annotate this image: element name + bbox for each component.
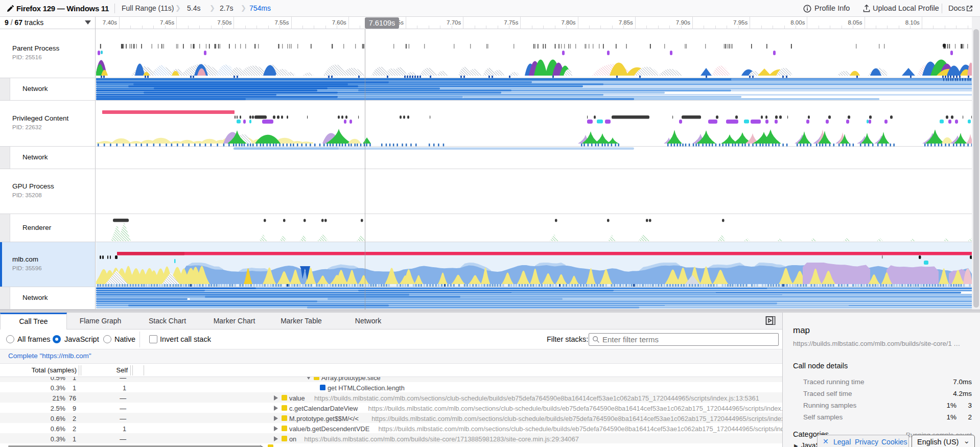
track-label-renderer[interactable]: Renderer	[0, 214, 96, 242]
breadcrumb-item[interactable]: 2.7s	[220, 4, 233, 12]
function-name: value	[289, 394, 305, 402]
breadcrumb-item[interactable]: 5.4s	[187, 4, 200, 12]
range-breadcrumb-link[interactable]: Complete "https://mlb.com"	[8, 352, 91, 360]
expand-icon[interactable]	[274, 436, 278, 441]
col-total-samples[interactable]: Total (samples)	[32, 366, 77, 374]
language-select[interactable]: English (US) ⌄	[912, 435, 975, 447]
radio-javascript[interactable]	[53, 335, 61, 343]
track-name: Network	[22, 294, 48, 301]
radio-native[interactable]	[103, 335, 111, 343]
track-name: Parent Process	[12, 44, 59, 52]
ruler-major-tick	[291, 17, 292, 29]
tracks-shown-count: 9	[5, 18, 9, 27]
track-row-renderer[interactable]: Renderer	[0, 214, 972, 242]
col-self[interactable]: Self	[116, 366, 128, 374]
profile-info-button[interactable]: Profile Info	[814, 4, 850, 12]
timeline-vertical-scrollbar[interactable]	[972, 17, 980, 310]
ruler-minor-tick	[727, 26, 727, 29]
track-canvas-mlb[interactable]	[96, 242, 972, 287]
radio-label[interactable]: All frames	[17, 335, 50, 343]
track-label-gpu[interactable]: GPU ProcessPID: 35208	[0, 169, 96, 214]
tab-call-tree[interactable]: Call Tree	[0, 313, 67, 330]
track-canvas-net1[interactable]	[96, 78, 972, 100]
column-separator	[81, 365, 81, 375]
close-icon[interactable]: ✕	[823, 437, 829, 445]
radio-label[interactable]: JavaScript	[64, 335, 99, 343]
ruler-label: 7.55s	[266, 19, 289, 26]
legal-link[interactable]: Legal	[833, 438, 851, 446]
radio-label[interactable]: Native	[114, 335, 135, 343]
tracks-count-separator: /	[11, 18, 13, 27]
track-label-net2[interactable]: Network	[0, 147, 96, 169]
expand-icon[interactable]	[274, 395, 278, 401]
ruler-minor-tick	[279, 26, 280, 29]
expand-icon[interactable]	[274, 416, 278, 421]
ruler-major-tick	[234, 17, 234, 29]
upload-local-profile-button[interactable]: Upload Local Profile	[873, 4, 939, 12]
track-row-parent[interactable]: Parent ProcessPID: 25516	[0, 29, 972, 78]
calltree-horizontal-scrollbar[interactable]	[8, 445, 261, 447]
ruler-minor-tick	[899, 26, 899, 29]
track-label-net3[interactable]: Network	[0, 287, 96, 309]
expand-icon[interactable]	[274, 406, 278, 411]
edit-profile-name-icon[interactable]	[7, 5, 14, 12]
total-count: 2	[73, 425, 76, 433]
track-canvas-net3[interactable]	[96, 287, 972, 309]
cookies-link[interactable]: Cookies	[881, 438, 907, 446]
track-label-priv[interactable]: Privileged ContentPID: 22632	[0, 101, 96, 146]
track-canvas-parent[interactable]	[96, 29, 972, 78]
total-percent: 0.6%	[51, 425, 65, 433]
track-canvas-net2[interactable]	[96, 147, 972, 169]
controls-divider	[139, 332, 140, 347]
tracks-visibility-dropdown[interactable]: 9 / 67 tracks	[0, 17, 96, 29]
docs-link[interactable]: Docs	[948, 4, 965, 12]
tab-stack-chart[interactable]: Stack Chart	[134, 313, 201, 330]
tab-marker-chart[interactable]: Marker Chart	[201, 313, 268, 330]
scrollbar-thumb[interactable]	[973, 29, 979, 308]
track-row-net1[interactable]: Network	[0, 78, 972, 101]
tab-network[interactable]: Network	[335, 313, 402, 330]
expand-icon[interactable]	[274, 426, 278, 431]
function-url: https://builds.mlbstatic.com/mlb.com/sec…	[371, 415, 782, 422]
invert-call-stack-checkbox[interactable]	[149, 335, 157, 343]
filter-stacks-input[interactable]: Enter filter terms	[589, 333, 779, 346]
column-separator[interactable]	[130, 365, 131, 375]
ruler-minor-tick	[876, 26, 876, 29]
calltree-row[interactable]: 21%76—valuehttps://builds.mlbstatic.com/…	[0, 392, 782, 403]
ruler-minor-tick	[738, 26, 739, 29]
radio-all-frames[interactable]	[6, 335, 14, 343]
calltree-row[interactable]: 0.6%2—M.prototype.get$$M/</<https://buil…	[0, 413, 782, 423]
track-row-mlb[interactable]: mlb.comPID: 35596	[0, 242, 972, 287]
ruler-minor-tick	[245, 26, 246, 29]
track-row-priv[interactable]: Privileged ContentPID: 22632	[0, 101, 972, 147]
track-label-net1[interactable]: Network	[0, 78, 96, 100]
calltree-row[interactable]: 2.5%9—c.getCalendarDateViewhttps://build…	[0, 403, 782, 413]
ruler-minor-tick	[773, 26, 773, 29]
track-label-parent[interactable]: Parent ProcessPID: 25516	[0, 29, 96, 78]
breadcrumb-item[interactable]: 754ms	[249, 4, 271, 12]
breadcrumb-item[interactable]: Full Range (11s)	[122, 4, 174, 12]
collapse-icon[interactable]	[306, 377, 311, 380]
track-name: Network	[22, 153, 48, 161]
tab-flame-graph[interactable]: Flame Graph	[67, 313, 134, 330]
tab-marker-table[interactable]: Marker Table	[268, 313, 335, 330]
calltree-row[interactable]: 0.3%11get HTMLCollection.length	[0, 382, 782, 392]
ruler-label: 7.70s	[437, 19, 461, 26]
invert-call-stack-label[interactable]: Invert call stack	[160, 335, 211, 343]
calltree-row[interactable]: 0.5%1—Array.prototype.slice	[0, 377, 782, 382]
column-separator[interactable]	[79, 365, 79, 375]
timeline-ruler[interactable]: 7.40s7.45s7.50s7.55s7.60s7.65s7.70s7.75s…	[0, 17, 980, 29]
track-canvas-renderer[interactable]	[96, 214, 972, 242]
self-count: 1	[123, 384, 126, 392]
sidebar-toggle-button[interactable]	[764, 315, 777, 326]
function-name: get HTMLCollection.length	[328, 384, 405, 392]
track-row-net2[interactable]: Network	[0, 147, 972, 169]
track-row-net3[interactable]: Network	[0, 287, 972, 310]
track-canvas-gpu[interactable]	[96, 169, 972, 214]
privacy-link[interactable]: Privacy	[855, 438, 878, 446]
track-canvas-priv[interactable]	[96, 101, 972, 146]
calltree-row[interactable]: 0.6%21value/b.getDescendentVDEhttps://bu…	[0, 423, 782, 433]
track-label-mlb[interactable]: mlb.comPID: 35596	[0, 242, 96, 287]
track-row-gpu[interactable]: GPU ProcessPID: 35208	[0, 169, 972, 214]
ruler-minor-tick	[268, 26, 269, 29]
